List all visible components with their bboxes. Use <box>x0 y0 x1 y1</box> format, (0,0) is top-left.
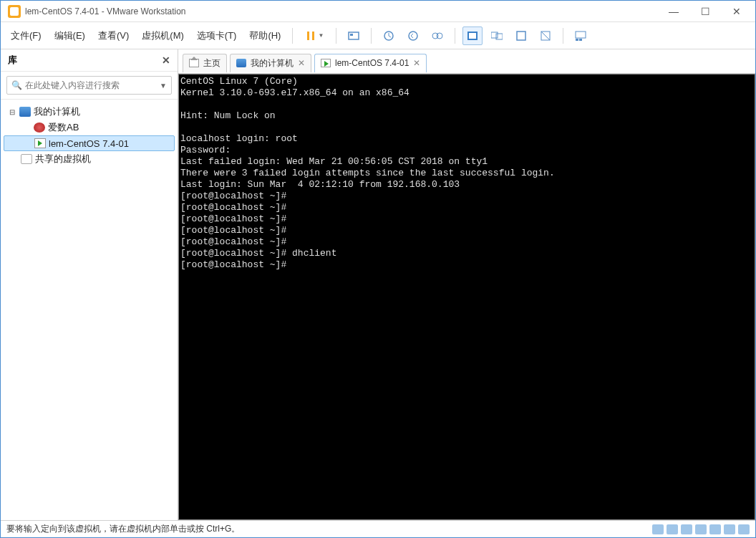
revert-snapshot-button[interactable] <box>403 27 423 45</box>
computer-icon <box>19 107 31 117</box>
close-library-button[interactable]: ✕ <box>162 54 170 66</box>
close-tab-button[interactable]: ✕ <box>413 58 420 68</box>
minimize-button[interactable]: — <box>658 1 689 21</box>
tree-label: 我的计算机 <box>34 105 80 118</box>
manage-snapshots-button[interactable] <box>427 27 447 45</box>
sound-icon[interactable] <box>709 524 721 534</box>
maximize-button[interactable]: ☐ <box>689 1 721 21</box>
statusbar: 要将输入定向到该虚拟机，请在虚拟机内部单击或按 Ctrl+G。 <box>1 520 755 537</box>
svg-rect-3 <box>350 34 353 36</box>
main-area: 主页 我的计算机 ✕ lem-CentOS 7.4-01 ✕ CentOS Li… <box>178 49 755 520</box>
pause-button[interactable]: ▼ <box>300 27 329 45</box>
body-area: 库 ✕ 🔍 ▼ ⊟ 我的计算机 爱数AB <box>1 49 755 520</box>
snapshot-button[interactable] <box>379 27 399 45</box>
vm-running-icon <box>34 138 46 148</box>
close-button[interactable]: ✕ <box>721 1 752 21</box>
search-input[interactable] <box>25 80 157 90</box>
svg-line-14 <box>541 32 550 40</box>
unity-button[interactable] <box>536 27 556 45</box>
disk-icon[interactable] <box>652 524 664 534</box>
menu-tabs[interactable]: 选项卡(T) <box>191 27 243 45</box>
vm-off-icon <box>34 123 45 133</box>
close-tab-button[interactable]: ✕ <box>298 58 305 68</box>
display-icon[interactable] <box>738 524 750 534</box>
tab-strip: 主页 我的计算机 ✕ lem-CentOS 7.4-01 ✕ <box>178 49 755 74</box>
search-box[interactable]: 🔍 ▼ <box>6 76 172 95</box>
svg-rect-16 <box>576 39 578 41</box>
tree-label: 共享的虚拟机 <box>35 153 91 165</box>
svg-rect-17 <box>579 39 582 41</box>
titlebar: lem-CentOS 7.4-01 - VMware Workstation —… <box>1 1 755 22</box>
expand-icon[interactable]: ⊟ <box>8 108 16 116</box>
fullscreen-button[interactable] <box>511 27 531 45</box>
svg-point-7 <box>437 33 442 39</box>
svg-rect-0 <box>307 32 309 40</box>
tab-label: lem-CentOS 7.4-01 <box>335 58 409 68</box>
tree-label: 爱数AB <box>48 121 79 134</box>
tree-vm-centos[interactable]: lem-CentOS 7.4-01 <box>4 135 175 151</box>
svg-rect-15 <box>576 32 586 38</box>
search-icon: 🔍 <box>11 80 22 90</box>
tree-shared-vms[interactable]: 共享的虚拟机 <box>4 151 175 167</box>
computer-icon <box>236 59 246 67</box>
vmware-window: lem-CentOS 7.4-01 - VMware Workstation —… <box>0 0 756 538</box>
search-dropdown-icon[interactable]: ▼ <box>160 82 167 90</box>
window-title: lem-CentOS 7.4-01 - VMware Workstation <box>25 6 186 16</box>
menu-edit[interactable]: 编辑(E) <box>49 27 91 45</box>
menu-vm[interactable]: 虚拟机(M) <box>136 27 190 45</box>
library-tree: ⊟ 我的计算机 爱数AB lem-CentOS 7.4-01 共享的虚拟机 <box>1 100 178 171</box>
usb-icon[interactable] <box>695 524 707 534</box>
svg-rect-1 <box>312 32 314 40</box>
thumbnail-bar-button[interactable] <box>571 27 591 45</box>
cdrom-icon[interactable] <box>667 524 678 534</box>
menu-view[interactable]: 查看(V) <box>92 27 135 45</box>
svg-rect-12 <box>517 32 525 40</box>
search-row: 🔍 ▼ <box>1 72 178 100</box>
tab-label: 我的计算机 <box>251 57 294 69</box>
tab-home[interactable]: 主页 <box>183 54 227 72</box>
home-icon <box>189 59 199 67</box>
network-icon[interactable] <box>681 524 692 534</box>
tree-my-computer[interactable]: ⊟ 我的计算机 <box>4 104 175 120</box>
svg-rect-10 <box>491 32 498 38</box>
menubar: 文件(F) 编辑(E) 查看(V) 虚拟机(M) 选项卡(T) 帮助(H) ▼ <box>1 22 755 49</box>
svg-rect-9 <box>469 33 476 39</box>
tab-label: 主页 <box>203 57 220 69</box>
multimonitor-button[interactable] <box>487 27 507 45</box>
send-ctrl-alt-del-button[interactable] <box>344 27 364 45</box>
app-icon <box>8 5 21 18</box>
tab-centos[interactable]: lem-CentOS 7.4-01 ✕ <box>314 54 427 72</box>
status-hint: 要将输入定向到该虚拟机，请在虚拟机内部单击或按 Ctrl+G。 <box>6 523 240 535</box>
tree-label: lem-CentOS 7.4-01 <box>49 138 129 149</box>
tree-vm-aishu[interactable]: 爱数AB <box>4 120 175 135</box>
svg-rect-11 <box>496 34 503 39</box>
vm-console[interactable]: CentOS Linux 7 (Core) Kernel 3.10.0-693.… <box>178 74 755 520</box>
library-header: 库 ✕ <box>1 49 178 72</box>
shared-icon <box>21 154 32 164</box>
library-title: 库 <box>8 54 17 67</box>
svg-point-5 <box>409 32 417 40</box>
show-console-button[interactable] <box>462 27 483 45</box>
vm-running-icon <box>321 59 331 67</box>
menu-file[interactable]: 文件(F) <box>5 27 47 45</box>
printer-icon[interactable] <box>724 524 735 534</box>
menu-help[interactable]: 帮助(H) <box>243 27 286 45</box>
library-sidebar: 库 ✕ 🔍 ▼ ⊟ 我的计算机 爱数AB <box>1 49 178 520</box>
tab-my-computer[interactable]: 我的计算机 ✕ <box>230 54 311 72</box>
